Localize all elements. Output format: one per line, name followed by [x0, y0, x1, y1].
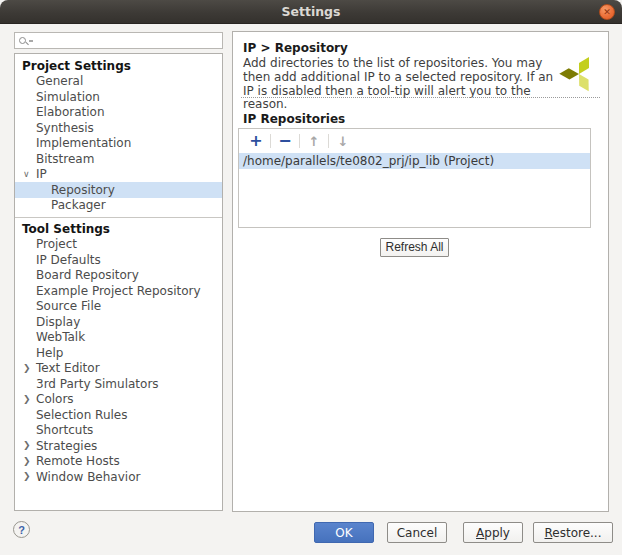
add-repository-button[interactable]: +	[248, 133, 264, 149]
page-title: IP > Repository	[243, 41, 348, 55]
move-down-button[interactable]: ↓	[335, 135, 351, 148]
toolbar-separator	[328, 134, 329, 148]
tree-item-repository[interactable]: Repository	[15, 182, 222, 198]
tree-item-display[interactable]: Display	[15, 314, 222, 330]
window-title: Settings	[0, 0, 622, 24]
tree-item-source-file[interactable]: Source File	[15, 299, 222, 315]
search-input[interactable]	[33, 34, 222, 47]
tree-item-project[interactable]: Project	[15, 237, 222, 253]
tree-item-shortcuts[interactable]: Shortcuts	[15, 423, 222, 439]
search-icon	[19, 37, 26, 44]
tree-section-tool-settings: Tool Settings	[15, 221, 222, 237]
tree-item-window-behavior[interactable]: ❯ Window Behavior	[15, 469, 222, 485]
tree-item-general[interactable]: General	[15, 74, 222, 90]
settings-tree: Project Settings General Simulation Elab…	[14, 53, 223, 511]
search-box[interactable]	[14, 32, 223, 49]
ip-repositories-box: + − ↑ ↓ /home/parallels/te0802_prj/ip_li…	[238, 128, 591, 228]
help-button[interactable]: ?	[13, 521, 30, 538]
title-bar: Settings ✕	[0, 0, 622, 24]
dialog-body: Project Settings General Simulation Elab…	[0, 24, 622, 555]
tree-item-board-repository[interactable]: Board Repository	[15, 268, 222, 284]
chevron-right-icon[interactable]: ❯	[23, 364, 36, 373]
chevron-right-icon[interactable]: ❯	[23, 441, 36, 450]
toolbar-separator	[299, 134, 300, 148]
tree-item-text-editor[interactable]: ❯ Text Editor	[15, 361, 222, 377]
tree-item-ip-defaults[interactable]: IP Defaults	[15, 252, 222, 268]
apply-button[interactable]: Apply	[463, 522, 523, 543]
tree-item-packager[interactable]: Packager	[15, 198, 222, 214]
settings-dialog: Settings ✕ Project Settings General Simu…	[0, 0, 622, 555]
remove-repository-button[interactable]: −	[277, 133, 293, 149]
repositories-toolbar: + − ↑ ↓	[239, 129, 590, 153]
tree-item-elaboration[interactable]: Elaboration	[15, 105, 222, 121]
tree-item-strategies[interactable]: ❯ Strategies	[15, 438, 222, 454]
chevron-down-icon[interactable]: ∨	[23, 170, 36, 179]
tree-item-example-project-repository[interactable]: Example Project Repository	[15, 283, 222, 299]
tree-separator	[15, 217, 222, 218]
tree-item-webtalk[interactable]: WebTalk	[15, 330, 222, 346]
tree-item-3rd-party-simulators[interactable]: 3rd Party Simulators	[15, 376, 222, 392]
tree-item-help[interactable]: Help	[15, 345, 222, 361]
chevron-right-icon[interactable]: ❯	[23, 457, 36, 466]
ip-repository-panel: IP > Repository Add directories to the l…	[232, 31, 609, 512]
chevron-right-icon[interactable]: ❯	[23, 472, 36, 481]
page-description: Add directories to the list of repositor…	[243, 57, 565, 112]
tree-item-selection-rules[interactable]: Selection Rules	[15, 407, 222, 423]
ok-button[interactable]: OK	[314, 522, 374, 543]
tree-item-synthesis[interactable]: Synthesis	[15, 120, 222, 136]
close-button[interactable]: ✕	[599, 4, 615, 20]
tree-item-bitstream[interactable]: Bitstream	[15, 151, 222, 167]
cancel-button[interactable]: Cancel	[387, 522, 447, 543]
section-title: IP Repositories	[243, 112, 345, 126]
tree-section-project-settings: Project Settings	[15, 58, 222, 74]
close-icon: ✕	[603, 8, 611, 17]
tree-item-ip[interactable]: ∨ IP	[15, 167, 222, 183]
repository-list-item[interactable]: /home/parallels/te0802_prj/ip_lib (Proje…	[239, 153, 590, 169]
move-up-button[interactable]: ↑	[306, 135, 322, 148]
dotted-divider	[241, 97, 600, 98]
vivado-pinwheel-logo	[559, 52, 599, 92]
tree-item-implementation[interactable]: Implementation	[15, 136, 222, 152]
tree-item-simulation[interactable]: Simulation	[15, 89, 222, 105]
tree-item-remote-hosts[interactable]: ❯ Remote Hosts	[15, 454, 222, 470]
refresh-all-button[interactable]: Refresh All	[380, 238, 449, 257]
tree-item-colors[interactable]: ❯ Colors	[15, 392, 222, 408]
restore-button[interactable]: Restore...	[533, 522, 613, 543]
toolbar-separator	[270, 134, 271, 148]
chevron-right-icon[interactable]: ❯	[23, 395, 36, 404]
